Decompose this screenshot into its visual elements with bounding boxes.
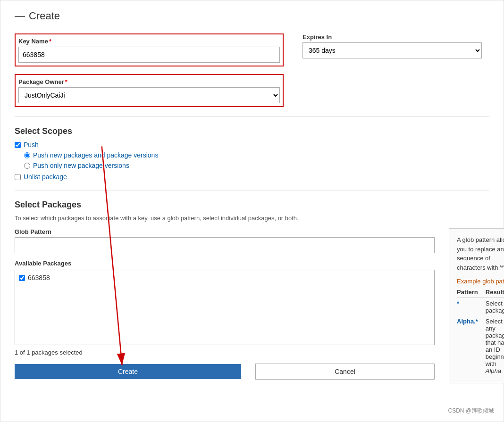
package-count: 1 of 1 packages selected	[15, 349, 435, 356]
push-radio2-label[interactable]: Push only new package versions	[33, 162, 129, 169]
list-item: 663858	[19, 274, 430, 281]
create-button[interactable]: Create	[15, 364, 241, 379]
select-packages-section: Select Packages To select which packages…	[15, 200, 489, 383]
key-name-input[interactable]	[18, 47, 280, 63]
push-checkbox[interactable]	[15, 142, 21, 148]
unlist-label[interactable]: Unlist package	[24, 173, 67, 181]
push-radio1-item: Push new packages and package versions	[24, 151, 489, 159]
glob-pattern-2: Alpha.*	[457, 316, 486, 376]
pattern-col-header: Pattern	[457, 289, 486, 298]
expires-select[interactable]: 365 days 730 days Never	[302, 42, 482, 58]
packages-divider	[15, 190, 489, 190]
glob-examples-table: Pattern Result * Select all packages Alp…	[457, 289, 504, 376]
push-scope-item: Push	[15, 141, 489, 149]
push-radio2-item: Push only new package versions	[24, 162, 489, 169]
package-owner-select[interactable]: JustOnlyCaiJi	[18, 87, 280, 103]
page-title: — Create	[15, 10, 489, 22]
packages-description: To select which packages to associate wi…	[15, 215, 489, 222]
package-owner-label: Package Owner*	[18, 78, 67, 85]
packages-main-area: Glob Pattern Available Packages 663858 1…	[15, 228, 489, 383]
unlist-checkbox[interactable]	[15, 174, 21, 180]
packages-listbox: 663858	[15, 270, 435, 345]
push-label[interactable]: Push	[24, 141, 39, 149]
key-name-label: Key Name*	[18, 38, 51, 45]
select-scopes-section: Select Scopes Push Push new packages and…	[15, 126, 489, 181]
package-item-label[interactable]: 663858	[28, 274, 50, 281]
package-checkbox-663858[interactable]	[19, 275, 25, 281]
glob-example-row-1: * Select all packages	[457, 298, 504, 316]
push-radio-only[interactable]	[24, 163, 30, 169]
packages-title: Select Packages	[15, 200, 489, 210]
watermark: CSDN @拜歌倾城	[448, 407, 494, 415]
package-owner-group: Package Owner* JustOnlyCaiJi	[15, 74, 284, 107]
glob-pattern-1: *	[457, 298, 486, 316]
push-sub-options: Push new packages and package versions P…	[24, 151, 489, 169]
glob-examples-title: Example glob patterns:	[457, 278, 504, 285]
cancel-button[interactable]: Cancel	[255, 364, 435, 380]
glob-result-2: Select any package that has an ID beginn…	[486, 316, 504, 376]
available-packages-label: Available Packages	[15, 260, 435, 267]
action-row: Create Cancel	[15, 364, 435, 380]
scopes-title: Select Scopes	[15, 126, 489, 136]
glob-help-panel: A glob pattern allows you to replace any…	[449, 228, 504, 383]
unlist-scope-item: Unlist package	[15, 173, 489, 181]
glob-hint-text: A glob pattern allows you to replace any…	[457, 235, 504, 272]
push-radio1-label[interactable]: Push new packages and package versions	[33, 151, 158, 159]
expires-group: Expires In 365 days 730 days Never	[302, 33, 482, 58]
glob-result-1: Select all packages	[486, 298, 504, 316]
expires-label: Expires In	[302, 33, 482, 41]
packages-left-panel: Glob Pattern Available Packages 663858 1…	[15, 228, 435, 380]
section-divider	[15, 116, 489, 117]
result-col-header: Result	[486, 289, 504, 298]
glob-pattern-input[interactable]	[15, 237, 435, 253]
key-name-group: Key Name*	[15, 33, 284, 66]
glob-pattern-label: Glob Pattern	[15, 228, 435, 235]
glob-example-row-2: Alpha.* Select any package that has an I…	[457, 316, 504, 376]
push-radio-all[interactable]	[24, 152, 30, 158]
